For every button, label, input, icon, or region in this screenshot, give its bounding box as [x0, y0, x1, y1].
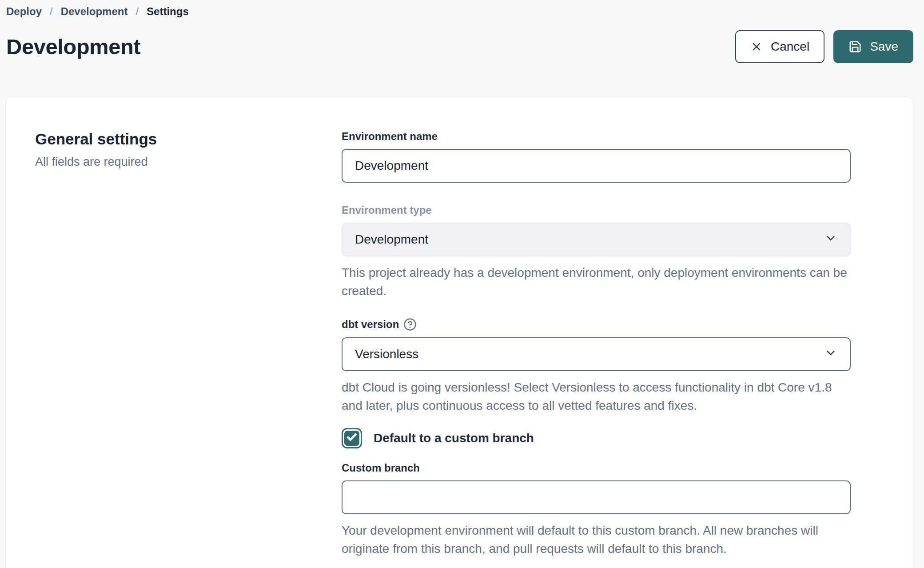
dbt-version-label: dbt version [342, 318, 851, 331]
breadcrumb-separator: / [50, 5, 53, 18]
custom-branch-input[interactable] [342, 480, 851, 514]
dbt-version-help: dbt Cloud is going versionless! Select V… [342, 378, 851, 415]
environment-type-value: Development [355, 232, 428, 247]
section-intro: General settings All fields are required [35, 130, 342, 568]
environment-type-help: This project already has a development e… [342, 264, 851, 300]
save-button-label: Save [870, 40, 898, 54]
save-icon [848, 40, 862, 53]
breadcrumb-separator: / [135, 5, 139, 18]
header-actions: Cancel Save [735, 30, 913, 63]
settings-form: Environment name Environment type Develo… [342, 130, 851, 568]
dbt-version-value: Versionless [355, 347, 418, 361]
section-title: General settings [35, 130, 342, 148]
save-button[interactable]: Save [833, 30, 913, 63]
chevron-down-icon [824, 346, 837, 363]
custom-branch-checkbox[interactable] [342, 428, 362, 448]
environment-name-field: Environment name [342, 130, 851, 183]
breadcrumb-deploy[interactable]: Deploy [6, 5, 42, 18]
environment-type-field: Environment type Development This projec… [342, 204, 851, 300]
environment-type-label: Environment type [342, 204, 851, 216]
chevron-down-icon [824, 232, 837, 248]
page-header: Development Cancel [6, 30, 913, 63]
close-icon [750, 40, 763, 53]
custom-branch-label: Custom branch [342, 462, 851, 474]
environment-type-select: Development [342, 223, 851, 256]
help-circle-icon[interactable] [403, 318, 417, 331]
cancel-button-label: Cancel [771, 40, 809, 54]
custom-branch-field: Custom branch Your development environme… [342, 462, 851, 558]
general-settings-card: General settings All fields are required… [5, 97, 913, 568]
cancel-button[interactable]: Cancel [735, 30, 824, 63]
check-icon [346, 432, 358, 445]
environment-name-label: Environment name [342, 130, 851, 143]
environment-settings-page: Deploy / Development / Settings Developm… [0, 0, 924, 568]
custom-branch-help: Your development environment will defaul… [342, 521, 851, 558]
page-title: Development [6, 34, 140, 59]
checkbox-inner [344, 431, 359, 446]
section-subtitle: All fields are required [35, 155, 342, 169]
dbt-version-select[interactable]: Versionless [342, 337, 851, 371]
breadcrumb: Deploy / Development / Settings [0, 0, 924, 18]
dbt-version-field: dbt version Versionless [342, 318, 851, 415]
breadcrumb-settings: Settings [147, 5, 189, 18]
environment-name-input[interactable] [342, 149, 851, 183]
breadcrumb-development[interactable]: Development [61, 5, 128, 18]
custom-branch-toggle-row: Default to a custom branch [342, 428, 851, 448]
custom-branch-toggle-label: Default to a custom branch [374, 431, 534, 445]
dbt-version-label-text: dbt version [342, 318, 399, 331]
